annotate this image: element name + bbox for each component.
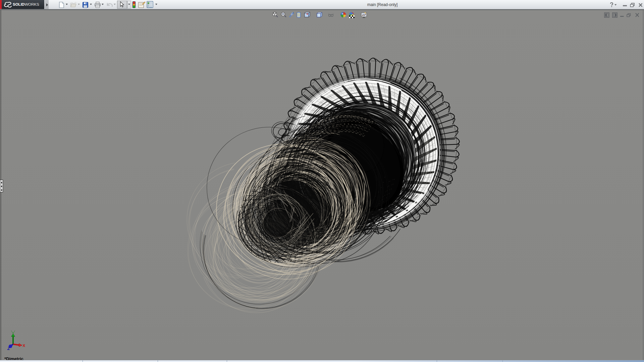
svg-text:X: X [23,344,25,348]
svg-text:Z: Z [7,346,10,351]
